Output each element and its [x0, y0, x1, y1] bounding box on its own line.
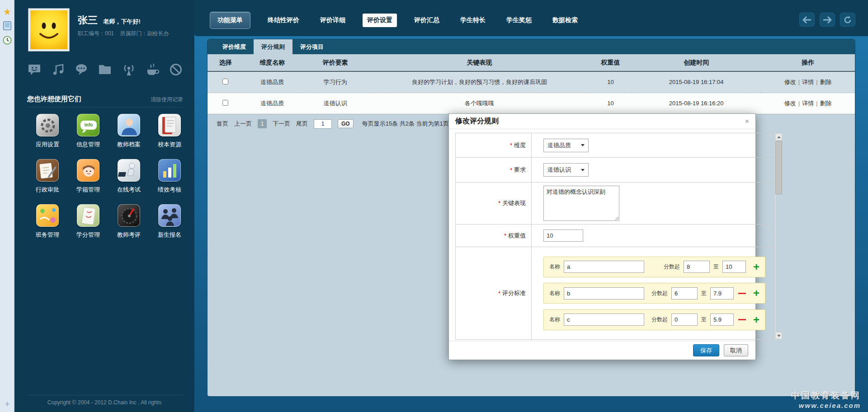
dimension-label: 维度: [514, 141, 526, 150]
rule-form: *维度 道德品质 *要求 道德认识: [455, 133, 774, 340]
detail-link[interactable]: 详情: [802, 79, 814, 85]
chevron-down-icon: [581, 144, 585, 146]
table-row: 道德品质 道德认识 各个嘎嘎嘎 10 2015-08-19 16:16:20 修…: [208, 93, 855, 114]
remove-criteria-icon[interactable]: [738, 293, 746, 294]
app-tile-enrollment[interactable]: 新生报名: [149, 204, 190, 249]
sidebar: 张三 老师，下午好! 职工编号：001 所属部门：副校长办 您也许想使用它们 清…: [14, 0, 194, 412]
app-teacher-review-icon: [118, 204, 140, 227]
go-button[interactable]: GO: [338, 119, 354, 128]
add-icon[interactable]: +: [0, 399, 14, 409]
app-tile-online-exam[interactable]: 在线考试: [108, 159, 149, 204]
first-page-link[interactable]: 首页: [217, 120, 228, 128]
watermark: 中国教育装备网 www.ceiea.com: [791, 390, 861, 409]
clear-history-link[interactable]: 清除使用记录: [151, 96, 183, 103]
dimension-select[interactable]: 道德品质: [543, 139, 589, 152]
delete-link[interactable]: 删除: [820, 100, 832, 107]
scroll-up-icon[interactable]: [775, 133, 782, 140]
clock-icon[interactable]: [0, 35, 14, 47]
modal-scrollbar[interactable]: [775, 133, 776, 340]
weight-input[interactable]: [543, 229, 583, 242]
delete-link[interactable]: 删除: [820, 79, 832, 85]
edit-link[interactable]: 修改: [784, 79, 796, 85]
col-performance: 关键表现: [369, 54, 590, 71]
app-tile-settings[interactable]: 应用设置: [27, 114, 68, 159]
detail-link[interactable]: 详情: [802, 100, 814, 107]
tab-data-search[interactable]: 数据检索: [549, 14, 581, 27]
criteria-name-input[interactable]: [564, 261, 644, 273]
criteria-row: 名称 分数起 至 +: [543, 309, 765, 330]
app-tile-info[interactable]: info 信息管理: [68, 114, 108, 159]
comments-icon[interactable]: [74, 62, 89, 77]
app-tile-school-resources[interactable]: 校本资源: [149, 114, 190, 159]
arrow-right-icon: [823, 16, 832, 23]
current-page[interactable]: 1: [258, 119, 267, 128]
coffee-icon[interactable]: [145, 62, 160, 77]
add-criteria-icon[interactable]: +: [753, 314, 760, 325]
edit-link[interactable]: 修改: [784, 100, 796, 107]
back-button[interactable]: [799, 13, 815, 27]
app-tile-performance[interactable]: 绩效考核: [149, 159, 190, 204]
subtab-scoring-rules[interactable]: 评分规则: [254, 39, 292, 54]
close-icon[interactable]: ×: [745, 118, 749, 125]
criteria-name-input[interactable]: [564, 287, 644, 300]
tab-evaluation-summary[interactable]: 评价汇总: [410, 14, 443, 27]
requirement-select[interactable]: 道德认识: [543, 163, 589, 177]
music-icon[interactable]: [51, 62, 65, 77]
avatar[interactable]: [28, 8, 70, 52]
app-performance-icon: [158, 159, 181, 182]
smiley-icon: [30, 10, 67, 49]
scroll-down-icon[interactable]: [775, 332, 782, 339]
tab-student-strengths[interactable]: 学生特长: [457, 14, 489, 27]
subtab-scoring-items[interactable]: 评分项目: [292, 39, 331, 54]
scrollbar-thumb[interactable]: [775, 141, 782, 194]
favorite-star-icon[interactable]: ★: [0, 6, 14, 17]
criteria-to-input[interactable]: [710, 287, 734, 300]
screen: ★ + 张三 老师，下午好! 职工编号：001 所属部门：副校长办: [0, 0, 868, 412]
tab-evaluation-detail[interactable]: 评价详细: [316, 14, 349, 27]
employee-no: 职工编号：001: [78, 30, 114, 37]
app-school-resources-icon: [158, 114, 181, 136]
add-criteria-icon[interactable]: +: [753, 288, 760, 299]
app-tile-teacher-files[interactable]: 教师档案: [108, 114, 149, 159]
menu-button[interactable]: 功能菜单: [210, 12, 250, 29]
app-info-icon: info: [77, 114, 99, 136]
cancel-button[interactable]: 取消: [724, 344, 748, 356]
app-tile-student-status[interactable]: 学籍管理: [68, 159, 108, 204]
app-enrollment-icon: [158, 204, 181, 227]
next-page-link[interactable]: 下一页: [273, 120, 290, 128]
goto-page-input[interactable]: [314, 119, 332, 129]
criteria-to-input[interactable]: [710, 314, 734, 326]
app-tile-class-affairs[interactable]: 班务管理: [27, 204, 68, 249]
criteria-to-input[interactable]: [722, 261, 746, 273]
criteria-label: 评分标准: [502, 289, 526, 297]
row-checkbox[interactable]: [222, 100, 228, 106]
weight-label: 权重值: [508, 232, 526, 240]
col-dimension: 维度名称: [243, 54, 302, 71]
refresh-button[interactable]: [840, 13, 855, 27]
app-teacher-files-icon: [118, 114, 140, 136]
forward-button[interactable]: [820, 13, 835, 27]
prev-page-link[interactable]: 上一页: [234, 120, 252, 128]
performance-textarea[interactable]: 对道德的概念认识深刻: [543, 186, 619, 221]
add-criteria-icon[interactable]: +: [753, 262, 760, 272]
criteria-name-input[interactable]: [564, 314, 644, 326]
remove-criteria-icon[interactable]: [738, 319, 746, 320]
block-icon[interactable]: [169, 62, 183, 77]
app-tile-credits[interactable]: 学分管理: [68, 204, 108, 249]
app-tile-admin-approval[interactable]: 行政审批: [27, 159, 68, 204]
criteria-from-input[interactable]: [671, 287, 698, 300]
tablet-icon[interactable]: [0, 21, 14, 33]
folder-icon[interactable]: [98, 62, 112, 77]
save-button[interactable]: 保存: [693, 344, 719, 356]
broadcast-icon[interactable]: [122, 62, 136, 77]
sms-icon[interactable]: [27, 62, 42, 77]
row-checkbox[interactable]: [222, 79, 228, 84]
subtab-evaluation-dimension[interactable]: 评价维度: [215, 39, 254, 54]
last-page-link[interactable]: 尾页: [296, 120, 308, 128]
criteria-from-input[interactable]: [671, 314, 698, 326]
tab-evaluation-settings[interactable]: 评价设置: [363, 14, 397, 27]
tab-final-evaluation[interactable]: 终结性评价: [264, 14, 303, 27]
criteria-from-input[interactable]: [684, 261, 710, 273]
tab-student-rewards[interactable]: 学生奖惩: [503, 14, 535, 27]
app-tile-teacher-review[interactable]: 教师考评: [108, 204, 149, 249]
